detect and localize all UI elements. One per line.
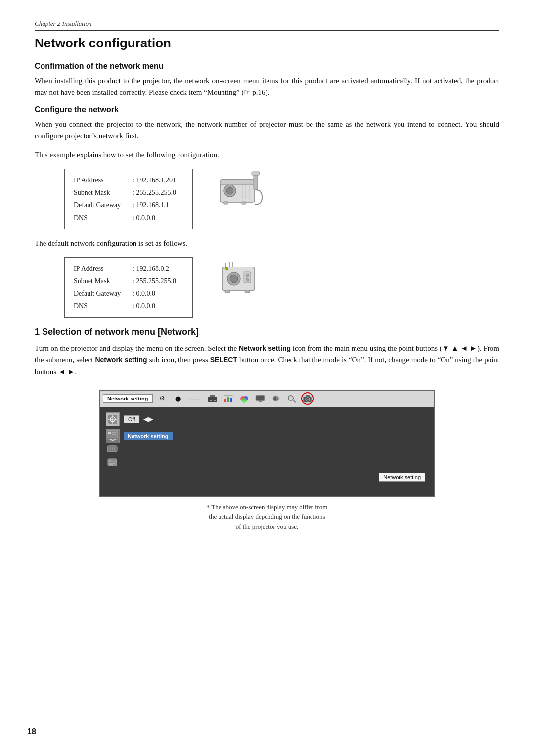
- section-confirmation: Confirmation of the network menu When in…: [35, 62, 499, 98]
- body-mid2: sub icon, then press: [147, 356, 210, 364]
- icon-color[interactable]: [238, 392, 251, 405]
- page-number: 18: [27, 727, 36, 736]
- projector-image-2: [213, 257, 272, 302]
- network-setting-bold-2: Network setting: [95, 356, 147, 364]
- table2-row-gateway: Default Gateway : 0.0.0.0: [74, 287, 183, 300]
- footnote-line1: * The above on-screen display may differ…: [35, 502, 499, 512]
- svg-rect-29: [230, 398, 232, 402]
- svg-rect-21: [225, 290, 230, 293]
- configure-body2: This example explains how to set the fol…: [35, 149, 499, 161]
- left-icons-column: [106, 429, 119, 468]
- selection-heading: 1 Selection of network menu [Network]: [35, 327, 499, 337]
- chapter-label: Chapter 2 Installation: [35, 20, 499, 28]
- svg-point-2: [226, 187, 233, 194]
- svg-rect-34: [256, 395, 265, 401]
- svg-rect-30: [224, 395, 233, 396]
- submenu-row-2: Network setting: [106, 429, 428, 443]
- svg-rect-60: [109, 445, 116, 446]
- screen-body: Off ◀▶ Network setting Network setting: [100, 407, 434, 496]
- svg-point-17: [225, 267, 228, 270]
- table2-row-ip: IP Address : 192.168.0.2: [74, 263, 183, 275]
- svg-rect-43: [306, 395, 310, 397]
- table1-row-gateway: Default Gateway : 192.168.1.1: [74, 199, 183, 211]
- config-table-2: IP Address : 192.168.0.2 Subnet Mask : 2…: [64, 257, 193, 318]
- table2-row-dns: DNS : 0.0.0.0: [74, 300, 183, 312]
- left-icon-3: [106, 457, 119, 468]
- body-pre: Turn on the projector and display the me…: [35, 344, 239, 352]
- svg-point-44: [307, 399, 309, 400]
- svg-rect-9: [224, 202, 228, 204]
- svg-rect-57: [112, 434, 116, 435]
- configure-heading: Configure the network: [35, 105, 499, 114]
- table1-row-subnet: Subnet Mask : 255.255.255.0: [74, 186, 183, 199]
- left-icon-1: [106, 429, 119, 440]
- submenu-icon-network: [106, 412, 120, 426]
- projector-image-1: [213, 169, 272, 213]
- confirmation-body: When installing this product to the proj…: [35, 75, 499, 98]
- icon-camera-highlighted[interactable]: [301, 392, 314, 405]
- footnote: * The above on-screen display may differ…: [35, 502, 499, 532]
- svg-point-33: [242, 398, 247, 403]
- network-setting-label: Network setting: [124, 432, 173, 440]
- icon-wired[interactable]: [206, 392, 219, 405]
- svg-line-40: [293, 400, 296, 402]
- svg-rect-36: [257, 402, 264, 402]
- icon-search[interactable]: [285, 392, 298, 405]
- circle-dot-icon[interactable]: ⬤: [172, 392, 184, 405]
- off-status: Off: [124, 415, 139, 423]
- tooltip-box: Network setting: [379, 473, 425, 482]
- footnote-line3: of the projector you use.: [35, 522, 499, 532]
- selection-body: Turn on the projector and display the me…: [35, 342, 499, 378]
- section-selection: 1 Selection of network menu [Network] Tu…: [35, 327, 499, 378]
- svg-rect-56: [112, 432, 116, 433]
- table2-row-subnet: Subnet Mask : 255.255.255.0: [74, 275, 183, 287]
- icon-chart[interactable]: [222, 392, 235, 405]
- svg-point-39: [288, 396, 293, 400]
- configure-body1: When you connect the projector to the ne…: [35, 118, 499, 142]
- svg-point-13: [230, 275, 238, 283]
- svg-rect-28: [227, 397, 229, 402]
- section-configure: Configure the network When you connect t…: [35, 105, 499, 318]
- config-row-2: IP Address : 192.168.0.2 Subnet Mask : 2…: [64, 257, 499, 318]
- config-table-1: IP Address : 192.168.1.201 Subnet Mask :…: [64, 169, 193, 229]
- icon-display[interactable]: [254, 392, 267, 405]
- left-icon-2: [106, 443, 119, 454]
- arrow-icon: ◀▶: [143, 415, 153, 423]
- confirmation-heading: Confirmation of the network menu: [35, 62, 499, 71]
- svg-point-15: [246, 274, 249, 277]
- submenu-row-1: Off ◀▶: [106, 412, 428, 426]
- footnote-line2: the actual display depending on the func…: [35, 512, 499, 522]
- menu-tab-network[interactable]: Network setting: [103, 394, 153, 403]
- separator-dots: ----: [187, 395, 203, 402]
- svg-rect-67: [109, 463, 115, 464]
- svg-rect-66: [109, 460, 111, 461]
- table1-row-ip: IP Address : 192.168.1.201: [74, 174, 183, 186]
- svg-rect-24: [210, 395, 215, 397]
- settings-icon[interactable]: ⚙: [156, 392, 169, 405]
- svg-rect-8: [252, 172, 260, 175]
- screen-display: Network setting ⚙ ⬤ ----: [99, 390, 435, 497]
- svg-rect-23: [208, 397, 217, 402]
- config-row-1: IP Address : 192.168.1.201 Subnet Mask :…: [64, 169, 499, 229]
- svg-point-16: [246, 278, 249, 281]
- menu-bar: Network setting ⚙ ⬤ ----: [100, 391, 434, 407]
- svg-rect-10: [242, 202, 246, 204]
- svg-rect-58: [107, 437, 118, 439]
- table1-row-dns: DNS : 0.0.0.0: [74, 212, 183, 224]
- configure-body3: The default network configuration is set…: [35, 237, 499, 249]
- network-setting-bold-1: Network setting: [239, 344, 291, 352]
- page-title: Network configuration: [35, 30, 499, 51]
- svg-point-25: [210, 400, 212, 401]
- svg-rect-55: [108, 432, 111, 434]
- select-bold: SELECT: [210, 356, 237, 364]
- svg-rect-27: [224, 399, 226, 402]
- icon-audio[interactable]: [269, 392, 282, 405]
- svg-point-26: [214, 400, 216, 401]
- svg-rect-68: [109, 464, 113, 465]
- svg-rect-22: [245, 290, 250, 293]
